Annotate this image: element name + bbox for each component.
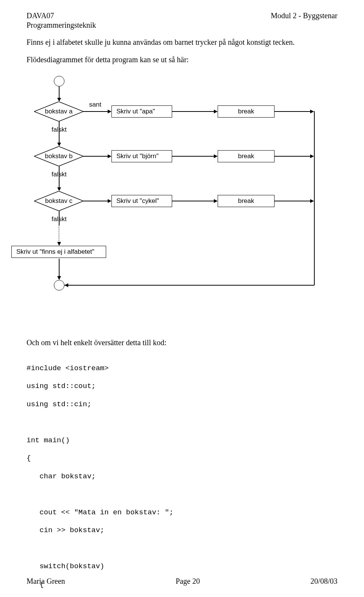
flowchart: bokstav a sant Skriv ut "apa" break fals… xyxy=(27,76,337,326)
process-skriv-apa: Skriv ut "apa" xyxy=(111,105,172,118)
decision-c: bokstav c xyxy=(34,191,83,211)
code-line: { xyxy=(27,454,31,462)
process-break-a: break xyxy=(218,105,275,118)
process-default: Skriv ut "finns ej i alfabetet" xyxy=(11,246,106,258)
decision-b: bokstav b xyxy=(34,146,83,166)
end-terminal xyxy=(54,280,64,291)
code-block: #include <iostream> using std::cout; usi… xyxy=(27,355,337,597)
paragraph-2: Flödesdiagrammet för detta program kan s… xyxy=(27,55,337,64)
code-line: using std::cin; xyxy=(27,400,91,408)
code-line: using std::cout; xyxy=(27,382,96,390)
process-break-c-label: break xyxy=(238,197,254,205)
process-skriv-bjorn: Skriv ut "björn" xyxy=(111,150,172,162)
course-name: Programmeringsteknik xyxy=(27,21,337,30)
code-line: int main() xyxy=(27,436,70,445)
footer-date: 20/08/03 xyxy=(311,577,337,586)
process-break-c: break xyxy=(218,195,275,207)
process-break-b: break xyxy=(218,150,275,162)
code-line: cout << "Mata in en bokstav: "; xyxy=(27,508,174,517)
module-title: Modul 2 - Byggstenar xyxy=(271,11,337,20)
process-break-a-label: break xyxy=(238,108,254,115)
decision-a: bokstav a xyxy=(34,102,83,121)
paragraph-1: Finns ej i alfabetet skulle ju kunna anv… xyxy=(27,37,337,47)
process-skriv-bjorn-label: Skriv ut "björn" xyxy=(116,152,158,160)
decision-a-label: bokstav a xyxy=(45,108,73,115)
label-sant: sant xyxy=(89,101,101,108)
code-line: switch(bokstav) xyxy=(27,562,104,570)
decision-c-label: bokstav c xyxy=(45,197,72,205)
code-line: cin >> bokstav; xyxy=(27,526,104,534)
footer-page: Page 20 xyxy=(176,577,200,586)
process-skriv-apa-label: Skriv ut "apa" xyxy=(116,108,155,115)
process-break-b-label: break xyxy=(238,152,254,160)
paragraph-3: Och om vi helt enkelt översätter detta t… xyxy=(27,338,337,347)
code-line: char bokstav; xyxy=(27,472,96,481)
course-code: DAVA07 xyxy=(27,11,54,20)
start-terminal xyxy=(54,76,64,86)
process-skriv-cykel: Skriv ut "cykel" xyxy=(111,195,172,207)
decision-b-label: bokstav b xyxy=(45,152,73,160)
process-skriv-cykel-label: Skriv ut "cykel" xyxy=(116,197,159,205)
code-line: #include <iostream> xyxy=(27,364,109,372)
footer-author: Maria Green xyxy=(27,577,65,586)
process-default-label: Skriv ut "finns ej i alfabetet" xyxy=(16,248,94,256)
